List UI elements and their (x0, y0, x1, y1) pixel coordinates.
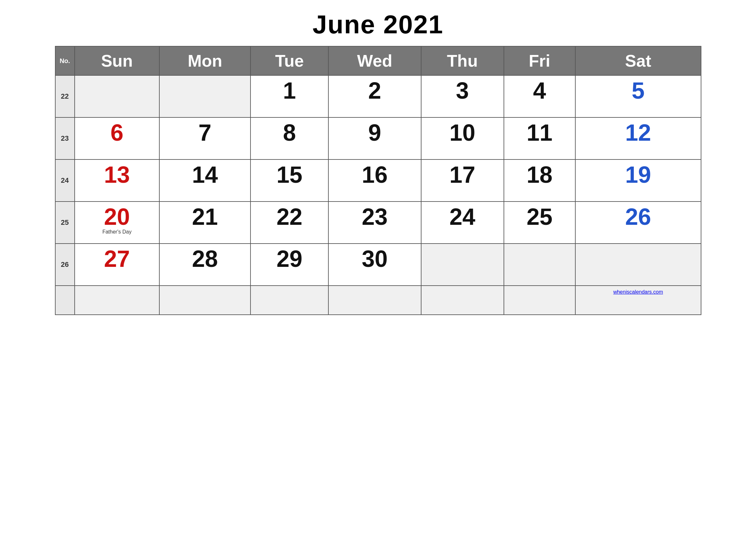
day-cell[interactable]: 20Father's Day (75, 202, 160, 243)
day-number: 5 (578, 79, 698, 102)
day-number: 23 (331, 205, 418, 228)
day-number: 15 (254, 163, 325, 186)
day-number: 4 (507, 79, 573, 102)
week-number: 26 (55, 243, 75, 286)
day-cell[interactable]: 26 (575, 202, 701, 243)
header-sun: Sun (75, 46, 160, 75)
day-cell-empty (328, 286, 421, 315)
day-number: 26 (578, 205, 698, 228)
day-cell-empty (159, 286, 251, 315)
day-cell[interactable]: 7 (159, 117, 251, 159)
day-cell[interactable]: 25 (504, 202, 576, 243)
watermark-cell: wheniscalendars.com (575, 286, 701, 315)
day-number: 7 (162, 121, 248, 144)
week-number: 24 (55, 159, 75, 202)
day-cell[interactable]: 1 (251, 75, 328, 117)
day-cell[interactable]: 8 (251, 117, 328, 159)
holiday-label: Father's Day (78, 229, 157, 235)
day-cell[interactable]: 22 (251, 202, 328, 243)
day-cell[interactable]: 17 (421, 159, 504, 202)
day-cell[interactable]: 11 (504, 117, 576, 159)
day-number: 8 (254, 121, 325, 144)
day-cell-empty (504, 286, 576, 315)
day-cell[interactable]: 5 (575, 75, 701, 117)
day-cell[interactable] (75, 75, 160, 117)
calendar-table: No. Sun Mon Tue Wed Thu Fri Sat 22123452… (55, 46, 701, 315)
header-sat: Sat (575, 46, 701, 75)
week-number: 22 (55, 75, 75, 117)
week-row: 2413141516171819 (55, 159, 701, 202)
day-cell[interactable]: 23 (328, 202, 421, 243)
header-tue: Tue (251, 46, 328, 75)
day-cell[interactable]: 4 (504, 75, 576, 117)
day-cell[interactable]: 21 (159, 202, 251, 243)
week-row: 2212345 (55, 75, 701, 117)
day-cell[interactable] (575, 243, 701, 286)
day-number: 21 (162, 205, 248, 228)
day-number: 20 (78, 205, 157, 228)
day-number: 18 (507, 163, 573, 186)
day-number: 27 (78, 247, 157, 270)
header-row: No. Sun Mon Tue Wed Thu Fri Sat (55, 46, 701, 75)
header-thu: Thu (421, 46, 504, 75)
calendar-header: No. Sun Mon Tue Wed Thu Fri Sat (55, 46, 701, 75)
day-number: 17 (424, 163, 501, 186)
day-number: 6 (78, 121, 157, 144)
week-row: 2520Father's Day212223242526 (55, 202, 701, 243)
header-fri: Fri (504, 46, 576, 75)
day-cell[interactable]: 24 (421, 202, 504, 243)
day-cell[interactable]: 14 (159, 159, 251, 202)
header-wed: Wed (328, 46, 421, 75)
day-cell-empty (75, 286, 160, 315)
day-number: 13 (78, 163, 157, 186)
day-cell[interactable]: 28 (159, 243, 251, 286)
day-cell[interactable]: 19 (575, 159, 701, 202)
day-number: 14 (162, 163, 248, 186)
day-cell[interactable]: 3 (421, 75, 504, 117)
day-number: 2 (331, 79, 418, 102)
day-number: 19 (578, 163, 698, 186)
extra-row: wheniscalendars.com (55, 286, 701, 315)
day-cell[interactable]: 6 (75, 117, 160, 159)
day-cell[interactable]: 10 (421, 117, 504, 159)
day-cell[interactable]: 18 (504, 159, 576, 202)
day-cell[interactable] (504, 243, 576, 286)
watermark-link[interactable]: wheniscalendars.com (613, 289, 663, 295)
calendar-body: 221234523678910111224131415161718192520F… (55, 75, 701, 315)
week-row: 2627282930 (55, 243, 701, 286)
week-row: 236789101112 (55, 117, 701, 159)
day-cell[interactable]: 12 (575, 117, 701, 159)
day-cell[interactable]: 2 (328, 75, 421, 117)
day-number: 3 (424, 79, 501, 102)
day-number: 12 (578, 121, 698, 144)
day-number: 29 (254, 247, 325, 270)
day-cell-empty (421, 286, 504, 315)
day-cell-empty (251, 286, 328, 315)
day-number: 22 (254, 205, 325, 228)
day-number: 16 (331, 163, 418, 186)
header-no: No. (55, 46, 75, 75)
day-cell[interactable] (159, 75, 251, 117)
day-cell[interactable]: 9 (328, 117, 421, 159)
day-cell[interactable]: 13 (75, 159, 160, 202)
day-cell[interactable]: 16 (328, 159, 421, 202)
day-cell[interactable]: 29 (251, 243, 328, 286)
day-number: 10 (424, 121, 501, 144)
day-number: 30 (331, 247, 418, 270)
day-cell[interactable] (421, 243, 504, 286)
calendar-wrapper: No. Sun Mon Tue Wed Thu Fri Sat 22123452… (55, 46, 701, 315)
day-number: 11 (507, 121, 573, 144)
day-number: 1 (254, 79, 325, 102)
day-number: 28 (162, 247, 248, 270)
day-number: 24 (424, 205, 501, 228)
day-cell[interactable]: 30 (328, 243, 421, 286)
page-title: June 2021 (312, 10, 444, 40)
day-cell[interactable]: 27 (75, 243, 160, 286)
day-number: 25 (507, 205, 573, 228)
week-number-empty (55, 286, 75, 315)
header-mon: Mon (159, 46, 251, 75)
day-number: 9 (331, 121, 418, 144)
week-number: 23 (55, 117, 75, 159)
day-cell[interactable]: 15 (251, 159, 328, 202)
week-number: 25 (55, 202, 75, 243)
